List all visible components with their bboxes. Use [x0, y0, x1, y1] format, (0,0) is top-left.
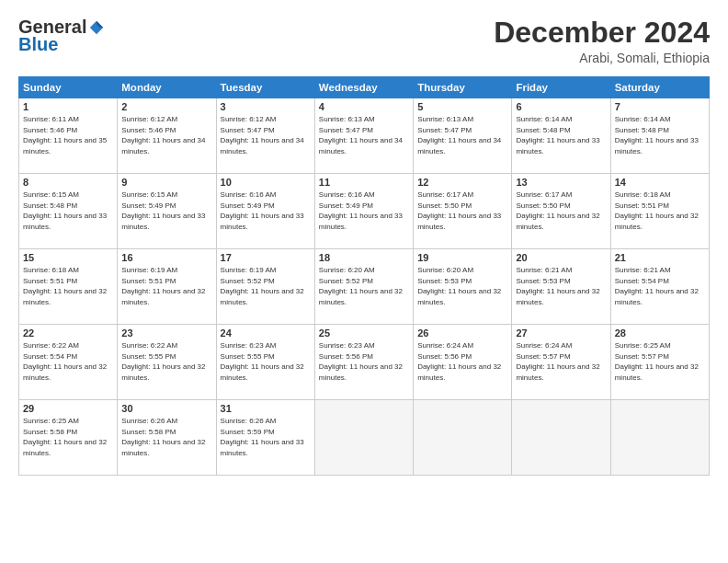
calendar-cell: 25Sunrise: 6:23 AMSunset: 5:56 PMDayligh… — [314, 325, 413, 400]
week-row-3: 22Sunrise: 6:22 AMSunset: 5:54 PMDayligh… — [19, 325, 710, 400]
calendar-cell — [314, 400, 413, 476]
day-info: Sunrise: 6:19 AMSunset: 5:52 PMDaylight:… — [221, 265, 311, 307]
day-info: Sunrise: 6:11 AMSunset: 5:46 PMDaylight:… — [23, 114, 113, 156]
day-number: 25 — [319, 327, 409, 339]
day-number: 30 — [121, 403, 211, 414]
title-block: December 2024 Arabi, Somali, Ethiopia — [494, 17, 710, 65]
col-saturday: Saturday — [610, 77, 709, 98]
logo-blue: Blue — [18, 34, 58, 55]
calendar-cell: 5Sunrise: 6:13 AMSunset: 5:47 PMDaylight… — [414, 98, 512, 174]
calendar-cell — [414, 400, 512, 476]
calendar-cell: 14Sunrise: 6:18 AMSunset: 5:51 PMDayligh… — [610, 174, 709, 249]
day-info: Sunrise: 6:24 AMSunset: 5:57 PMDaylight:… — [516, 340, 606, 383]
calendar-cell: 7Sunrise: 6:14 AMSunset: 5:48 PMDaylight… — [610, 98, 709, 174]
day-info: Sunrise: 6:15 AMSunset: 5:49 PMDaylight:… — [121, 190, 211, 232]
day-number: 9 — [121, 177, 211, 188]
day-info: Sunrise: 6:24 AMSunset: 5:56 PMDaylight:… — [417, 340, 507, 383]
day-number: 22 — [23, 327, 113, 339]
day-number: 28 — [615, 327, 705, 339]
day-info: Sunrise: 6:15 AMSunset: 5:48 PMDaylight:… — [23, 190, 113, 232]
day-info: Sunrise: 6:17 AMSunset: 5:50 PMDaylight:… — [417, 190, 507, 232]
calendar-cell: 2Sunrise: 6:12 AMSunset: 5:46 PMDaylight… — [118, 98, 216, 174]
header-row: Sunday Monday Tuesday Wednesday Thursday… — [19, 77, 710, 98]
day-number: 4 — [319, 101, 409, 112]
day-number: 27 — [516, 327, 606, 339]
day-info: Sunrise: 6:13 AMSunset: 5:47 PMDaylight:… — [319, 114, 409, 156]
day-number: 10 — [221, 177, 311, 188]
day-number: 8 — [23, 177, 113, 188]
calendar-cell: 20Sunrise: 6:21 AMSunset: 5:53 PMDayligh… — [512, 249, 610, 325]
calendar-cell: 21Sunrise: 6:21 AMSunset: 5:54 PMDayligh… — [610, 249, 709, 325]
calendar-cell: 6Sunrise: 6:14 AMSunset: 5:48 PMDaylight… — [512, 98, 610, 174]
calendar-cell: 1Sunrise: 6:11 AMSunset: 5:46 PMDaylight… — [19, 98, 118, 174]
day-info: Sunrise: 6:25 AMSunset: 5:58 PMDaylight:… — [23, 416, 113, 458]
day-info: Sunrise: 6:13 AMSunset: 5:47 PMDaylight:… — [417, 114, 507, 156]
day-info: Sunrise: 6:12 AMSunset: 5:46 PMDaylight:… — [121, 114, 211, 156]
day-info: Sunrise: 6:19 AMSunset: 5:51 PMDaylight:… — [121, 265, 211, 307]
week-row-1: 8Sunrise: 6:15 AMSunset: 5:48 PMDaylight… — [19, 174, 710, 249]
calendar-cell: 31Sunrise: 6:26 AMSunset: 5:59 PMDayligh… — [216, 400, 314, 476]
calendar-cell: 4Sunrise: 6:13 AMSunset: 5:47 PMDaylight… — [314, 98, 413, 174]
day-number: 18 — [319, 252, 409, 263]
col-tuesday: Tuesday — [216, 77, 314, 98]
day-number: 11 — [319, 177, 409, 188]
calendar-cell: 11Sunrise: 6:16 AMSunset: 5:49 PMDayligh… — [314, 174, 413, 249]
col-wednesday: Wednesday — [314, 77, 413, 98]
day-info: Sunrise: 6:18 AMSunset: 5:51 PMDaylight:… — [615, 190, 705, 232]
subtitle: Arabi, Somali, Ethiopia — [494, 51, 710, 65]
logo-icon — [88, 19, 105, 36]
calendar-cell: 28Sunrise: 6:25 AMSunset: 5:57 PMDayligh… — [610, 325, 709, 400]
day-number: 20 — [516, 252, 606, 263]
day-number: 5 — [417, 101, 507, 112]
page: General Blue December 2024 Arabi, Somali… — [0, 0, 728, 485]
month-title: December 2024 — [494, 17, 710, 49]
col-friday: Friday — [512, 77, 610, 98]
day-number: 29 — [23, 403, 113, 414]
day-info: Sunrise: 6:20 AMSunset: 5:53 PMDaylight:… — [417, 265, 507, 307]
calendar-cell: 3Sunrise: 6:12 AMSunset: 5:47 PMDaylight… — [216, 98, 314, 174]
calendar-cell: 19Sunrise: 6:20 AMSunset: 5:53 PMDayligh… — [414, 249, 512, 325]
day-info: Sunrise: 6:22 AMSunset: 5:55 PMDaylight:… — [121, 340, 211, 383]
day-number: 7 — [615, 101, 705, 112]
day-info: Sunrise: 6:14 AMSunset: 5:48 PMDaylight:… — [615, 114, 705, 156]
col-thursday: Thursday — [414, 77, 512, 98]
day-info: Sunrise: 6:25 AMSunset: 5:57 PMDaylight:… — [615, 340, 705, 383]
day-number: 14 — [615, 177, 705, 188]
day-number: 16 — [121, 252, 211, 263]
day-number: 23 — [121, 327, 211, 339]
day-number: 3 — [221, 101, 311, 112]
calendar-cell: 26Sunrise: 6:24 AMSunset: 5:56 PMDayligh… — [414, 325, 512, 400]
week-row-4: 29Sunrise: 6:25 AMSunset: 5:58 PMDayligh… — [19, 400, 710, 476]
week-row-0: 1Sunrise: 6:11 AMSunset: 5:46 PMDaylight… — [19, 98, 710, 174]
calendar-cell: 18Sunrise: 6:20 AMSunset: 5:52 PMDayligh… — [314, 249, 413, 325]
day-number: 12 — [417, 177, 507, 188]
day-number: 31 — [221, 403, 311, 414]
col-monday: Monday — [118, 77, 216, 98]
day-number: 21 — [615, 252, 705, 263]
day-number: 26 — [417, 327, 507, 339]
day-info: Sunrise: 6:23 AMSunset: 5:56 PMDaylight:… — [319, 340, 409, 383]
day-info: Sunrise: 6:17 AMSunset: 5:50 PMDaylight:… — [516, 190, 606, 232]
logo: General Blue — [18, 17, 105, 55]
calendar-cell: 15Sunrise: 6:18 AMSunset: 5:51 PMDayligh… — [19, 249, 118, 325]
day-info: Sunrise: 6:22 AMSunset: 5:54 PMDaylight:… — [23, 340, 113, 383]
header: General Blue December 2024 Arabi, Somali… — [18, 17, 710, 65]
calendar-table: Sunday Monday Tuesday Wednesday Thursday… — [18, 76, 710, 476]
day-number: 2 — [121, 101, 211, 112]
day-number: 24 — [221, 327, 311, 339]
calendar-cell: 16Sunrise: 6:19 AMSunset: 5:51 PMDayligh… — [118, 249, 216, 325]
day-number: 1 — [23, 101, 113, 112]
calendar-cell: 23Sunrise: 6:22 AMSunset: 5:55 PMDayligh… — [118, 325, 216, 400]
day-number: 13 — [516, 177, 606, 188]
day-info: Sunrise: 6:12 AMSunset: 5:47 PMDaylight:… — [221, 114, 311, 156]
calendar-cell: 22Sunrise: 6:22 AMSunset: 5:54 PMDayligh… — [19, 325, 118, 400]
day-number: 15 — [23, 252, 113, 263]
calendar-cell: 8Sunrise: 6:15 AMSunset: 5:48 PMDaylight… — [19, 174, 118, 249]
calendar-cell — [610, 400, 709, 476]
day-number: 6 — [516, 101, 606, 112]
day-number: 17 — [221, 252, 311, 263]
calendar-cell: 27Sunrise: 6:24 AMSunset: 5:57 PMDayligh… — [512, 325, 610, 400]
calendar-cell: 24Sunrise: 6:23 AMSunset: 5:55 PMDayligh… — [216, 325, 314, 400]
day-info: Sunrise: 6:16 AMSunset: 5:49 PMDaylight:… — [319, 190, 409, 232]
day-info: Sunrise: 6:14 AMSunset: 5:48 PMDaylight:… — [516, 114, 606, 156]
